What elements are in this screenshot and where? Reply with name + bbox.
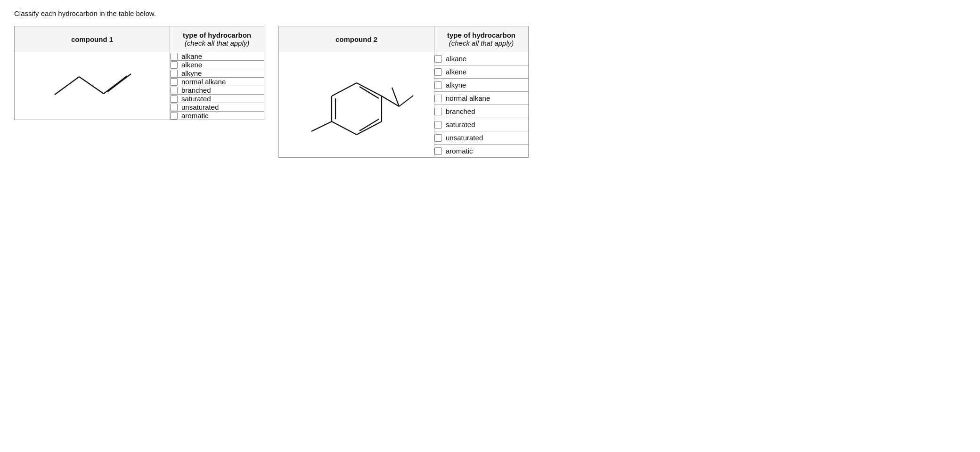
- compound1-option-normal-alkane: normal alkane: [170, 78, 264, 86]
- checkbox-aromatic-c1[interactable]: [170, 112, 178, 120]
- svg-line-1: [79, 77, 104, 94]
- checkbox-alkyne-c1[interactable]: [170, 70, 178, 77]
- checkbox-alkene-c1[interactable]: [170, 61, 178, 69]
- svg-line-6: [357, 121, 382, 135]
- compound1-header: compound 1: [15, 26, 170, 52]
- checkbox-alkene-c2[interactable]: [434, 68, 442, 76]
- compound1-option-unsaturated: unsaturated: [170, 103, 264, 112]
- compound1-option-alkene: alkene: [170, 61, 264, 69]
- compound2-header: compound 2: [279, 26, 434, 52]
- svg-line-13: [311, 121, 332, 131]
- svg-line-16: [399, 96, 413, 106]
- label-branched-c1: branched: [181, 86, 211, 94]
- label-aromatic-c1: aromatic: [181, 112, 209, 120]
- svg-line-3: [107, 74, 131, 92]
- compound1-option-alkane: alkane: [170, 52, 264, 61]
- compound1-option-branched: branched: [170, 86, 264, 95]
- checkbox-normal-alkane-c2[interactable]: [434, 95, 442, 102]
- svg-line-7: [332, 121, 357, 135]
- label-alkane-c2: alkane: [446, 55, 466, 63]
- compound2-type-header: type of hydrocarbon (check all that appl…: [434, 26, 529, 52]
- compound2-option-alkyne: alkyne: [434, 79, 529, 92]
- compound1-option-alkyne: alkyne: [170, 69, 264, 78]
- checkbox-branched-c2[interactable]: [434, 108, 442, 115]
- compound2-option-saturated: saturated: [434, 118, 529, 131]
- svg-line-2: [104, 76, 127, 94]
- checkbox-alkane-c2[interactable]: [434, 55, 442, 63]
- checkbox-saturated-c1[interactable]: [170, 95, 178, 103]
- label-saturated-c2: saturated: [446, 121, 475, 129]
- label-aromatic-c2: aromatic: [446, 147, 473, 155]
- label-alkyne-c2: alkyne: [446, 81, 466, 89]
- svg-line-4: [357, 83, 382, 96]
- label-branched-c2: branched: [446, 107, 475, 115]
- compound2-option-branched: branched: [434, 105, 529, 118]
- compound1-table: compound 1 type of hydrocarbon (check al…: [14, 26, 264, 120]
- compound2-option-aromatic: aromatic: [434, 145, 529, 158]
- compound2-structure-svg: [291, 52, 423, 156]
- label-normal-alkane-c1: normal alkane: [181, 78, 226, 86]
- compound1-option-aromatic: aromatic: [170, 112, 264, 120]
- svg-line-15: [392, 88, 399, 106]
- svg-line-14: [382, 96, 399, 106]
- compound2-table: compound 2 type of hydrocarbon (check al…: [278, 26, 529, 158]
- label-alkyne-c1: alkyne: [181, 69, 202, 77]
- tables-wrapper: compound 1 type of hydrocarbon (check al…: [14, 26, 966, 158]
- checkbox-saturated-c2[interactable]: [434, 121, 442, 129]
- checkbox-normal-alkane-c1[interactable]: [170, 78, 178, 86]
- label-alkane-c1: alkane: [181, 52, 202, 60]
- checkbox-branched-c1[interactable]: [170, 87, 178, 94]
- compound2-option-alkane: alkane: [434, 52, 529, 65]
- label-alkene-c1: alkene: [181, 61, 202, 69]
- checkbox-alkane-c1[interactable]: [170, 53, 178, 60]
- compound2-option-unsaturated: unsaturated: [434, 131, 529, 145]
- compound2-option-normal-alkane: normal alkane: [434, 92, 529, 105]
- instruction: Classify each hydrocarbon in the table b…: [14, 9, 966, 17]
- compound1-drawing: [15, 52, 170, 120]
- label-unsaturated-c2: unsaturated: [446, 134, 483, 142]
- compound2-option-alkene: alkene: [434, 65, 529, 79]
- svg-line-9: [332, 83, 357, 96]
- compound2-drawing: [279, 52, 434, 158]
- checkbox-alkyne-c2[interactable]: [434, 81, 442, 89]
- checkbox-unsaturated-c1[interactable]: [170, 104, 178, 111]
- checkbox-unsaturated-c2[interactable]: [434, 134, 442, 142]
- svg-line-0: [55, 77, 79, 95]
- label-alkene-c2: alkene: [446, 68, 466, 76]
- label-saturated-c1: saturated: [181, 95, 211, 103]
- checkbox-aromatic-c2[interactable]: [434, 147, 442, 155]
- compound1-structure-svg: [41, 57, 144, 113]
- compound1-option-saturated: saturated: [170, 95, 264, 103]
- compound1-type-header: type of hydrocarbon (check all that appl…: [170, 26, 264, 52]
- label-unsaturated-c1: unsaturated: [181, 103, 219, 111]
- label-normal-alkane-c2: normal alkane: [446, 94, 490, 102]
